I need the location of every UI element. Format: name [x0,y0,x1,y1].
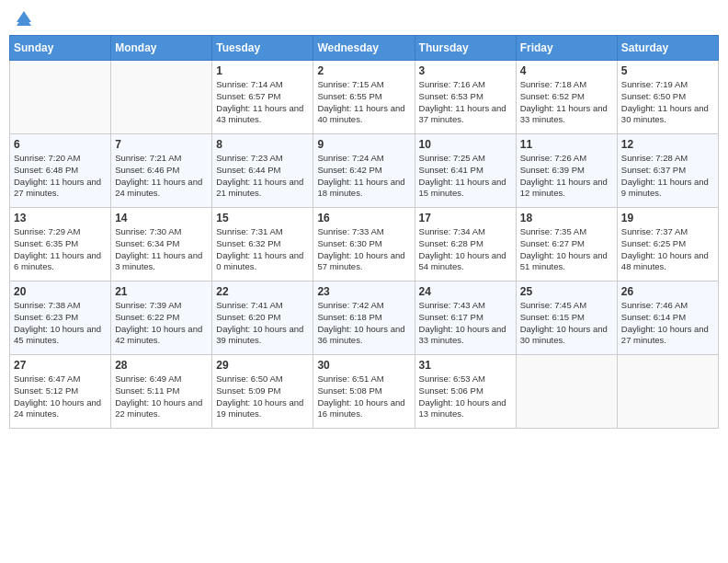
calendar-cell: 27Sunrise: 6:47 AM Sunset: 5:12 PM Dayli… [10,355,111,429]
cell-sun-info: Sunrise: 7:41 AM Sunset: 6:20 PM Dayligh… [216,300,309,347]
cell-sun-info: Sunrise: 7:18 AM Sunset: 6:52 PM Dayligh… [520,79,613,126]
calendar-cell: 28Sunrise: 6:49 AM Sunset: 5:11 PM Dayli… [111,355,212,429]
header-row: SundayMondayTuesdayWednesdayThursdayFrid… [10,36,719,61]
cell-date-number: 15 [216,212,309,224]
calendar-cell: 5Sunrise: 7:19 AM Sunset: 6:50 PM Daylig… [617,61,718,134]
cell-sun-info: Sunrise: 7:14 AM Sunset: 6:57 PM Dayligh… [216,79,309,126]
calendar-cell: 7Sunrise: 7:21 AM Sunset: 6:46 PM Daylig… [111,134,212,208]
cell-date-number: 17 [419,212,512,224]
calendar-cell: 18Sunrise: 7:35 AM Sunset: 6:27 PM Dayli… [516,208,617,282]
calendar-cell: 26Sunrise: 7:46 AM Sunset: 6:14 PM Dayli… [617,282,718,355]
calendar-cell [10,61,111,134]
calendar-cell: 16Sunrise: 7:33 AM Sunset: 6:30 PM Dayli… [313,208,415,282]
week-row-3: 13Sunrise: 7:29 AM Sunset: 6:35 PM Dayli… [10,208,719,282]
cell-sun-info: Sunrise: 7:15 AM Sunset: 6:55 PM Dayligh… [317,79,410,126]
cell-sun-info: Sunrise: 7:30 AM Sunset: 6:34 PM Dayligh… [115,226,208,273]
week-row-4: 20Sunrise: 7:38 AM Sunset: 6:23 PM Dayli… [10,282,719,355]
cell-sun-info: Sunrise: 6:50 AM Sunset: 5:09 PM Dayligh… [216,373,309,420]
cell-date-number: 9 [317,138,410,151]
page-header [9,9,719,28]
week-row-2: 6Sunrise: 7:20 AM Sunset: 6:48 PM Daylig… [10,134,719,208]
cell-sun-info: Sunrise: 7:37 AM Sunset: 6:25 PM Dayligh… [621,226,714,273]
day-header-saturday: Saturday [617,36,718,61]
cell-date-number: 13 [14,212,107,224]
cell-sun-info: Sunrise: 7:42 AM Sunset: 6:18 PM Dayligh… [317,300,410,347]
calendar-cell: 20Sunrise: 7:38 AM Sunset: 6:23 PM Dayli… [10,282,111,355]
cell-date-number: 29 [216,359,309,372]
cell-date-number: 10 [419,138,512,151]
cell-sun-info: Sunrise: 6:49 AM Sunset: 5:11 PM Dayligh… [115,373,208,420]
cell-date-number: 30 [317,359,410,372]
day-header-thursday: Thursday [415,36,516,61]
cell-date-number: 22 [216,285,309,298]
cell-date-number: 3 [419,64,512,77]
calendar-body: 1Sunrise: 7:14 AM Sunset: 6:57 PM Daylig… [10,61,719,429]
cell-date-number: 18 [520,212,613,224]
cell-date-number: 1 [216,64,309,77]
cell-date-number: 21 [115,285,208,298]
cell-sun-info: Sunrise: 7:38 AM Sunset: 6:23 PM Dayligh… [14,300,107,347]
calendar-cell: 14Sunrise: 7:30 AM Sunset: 6:34 PM Dayli… [111,208,212,282]
cell-sun-info: Sunrise: 7:46 AM Sunset: 6:14 PM Dayligh… [621,300,714,347]
cell-date-number: 20 [14,285,107,298]
cell-sun-info: Sunrise: 7:25 AM Sunset: 6:41 PM Dayligh… [419,153,512,200]
calendar-header: SundayMondayTuesdayWednesdayThursdayFrid… [10,36,719,61]
cell-sun-info: Sunrise: 7:35 AM Sunset: 6:27 PM Dayligh… [520,226,613,273]
cell-date-number: 27 [14,359,107,372]
cell-date-number: 19 [621,212,714,224]
calendar-cell: 8Sunrise: 7:23 AM Sunset: 6:44 PM Daylig… [212,134,313,208]
cell-sun-info: Sunrise: 7:21 AM Sunset: 6:46 PM Dayligh… [115,153,208,200]
calendar-table: SundayMondayTuesdayWednesdayThursdayFrid… [9,35,719,429]
day-header-friday: Friday [516,36,617,61]
cell-sun-info: Sunrise: 7:24 AM Sunset: 6:42 PM Dayligh… [317,153,410,200]
calendar-cell: 25Sunrise: 7:45 AM Sunset: 6:15 PM Dayli… [516,282,617,355]
cell-sun-info: Sunrise: 7:34 AM Sunset: 6:28 PM Dayligh… [419,226,512,273]
cell-sun-info: Sunrise: 6:51 AM Sunset: 5:08 PM Dayligh… [317,373,410,420]
cell-date-number: 8 [216,138,309,151]
day-header-tuesday: Tuesday [212,36,313,61]
cell-date-number: 12 [621,138,714,151]
cell-sun-info: Sunrise: 7:29 AM Sunset: 6:35 PM Dayligh… [14,226,107,273]
cell-sun-info: Sunrise: 6:53 AM Sunset: 5:06 PM Dayligh… [419,373,512,420]
calendar-cell: 3Sunrise: 7:16 AM Sunset: 6:53 PM Daylig… [415,61,516,134]
calendar-cell: 11Sunrise: 7:26 AM Sunset: 6:39 PM Dayli… [516,134,617,208]
cell-date-number: 6 [14,138,107,151]
calendar-cell: 23Sunrise: 7:42 AM Sunset: 6:18 PM Dayli… [313,282,415,355]
calendar-cell: 22Sunrise: 7:41 AM Sunset: 6:20 PM Dayli… [212,282,313,355]
calendar-cell: 2Sunrise: 7:15 AM Sunset: 6:55 PM Daylig… [313,61,415,134]
cell-sun-info: Sunrise: 7:28 AM Sunset: 6:37 PM Dayligh… [621,153,714,200]
cell-date-number: 28 [115,359,208,372]
cell-date-number: 31 [419,359,512,372]
cell-sun-info: Sunrise: 7:26 AM Sunset: 6:39 PM Dayligh… [520,153,613,200]
cell-date-number: 5 [621,64,714,77]
cell-sun-info: Sunrise: 7:39 AM Sunset: 6:22 PM Dayligh… [115,300,208,347]
week-row-1: 1Sunrise: 7:14 AM Sunset: 6:57 PM Daylig… [10,61,719,134]
cell-sun-info: Sunrise: 7:43 AM Sunset: 6:17 PM Dayligh… [419,300,512,347]
calendar-cell: 6Sunrise: 7:20 AM Sunset: 6:48 PM Daylig… [10,134,111,208]
cell-sun-info: Sunrise: 7:45 AM Sunset: 6:15 PM Dayligh… [520,300,613,347]
logo [13,9,33,28]
cell-date-number: 7 [115,138,208,151]
calendar-cell: 13Sunrise: 7:29 AM Sunset: 6:35 PM Dayli… [10,208,111,282]
calendar-cell: 21Sunrise: 7:39 AM Sunset: 6:22 PM Dayli… [111,282,212,355]
calendar-cell [516,355,617,429]
cell-sun-info: Sunrise: 7:33 AM Sunset: 6:30 PM Dayligh… [317,226,410,273]
calendar-cell: 1Sunrise: 7:14 AM Sunset: 6:57 PM Daylig… [212,61,313,134]
cell-date-number: 25 [520,285,613,298]
cell-sun-info: Sunrise: 7:16 AM Sunset: 6:53 PM Dayligh… [419,79,512,126]
calendar-cell [111,61,212,134]
cell-sun-info: Sunrise: 7:31 AM Sunset: 6:32 PM Dayligh… [216,226,309,273]
calendar-cell: 9Sunrise: 7:24 AM Sunset: 6:42 PM Daylig… [313,134,415,208]
day-header-wednesday: Wednesday [313,36,415,61]
cell-date-number: 26 [621,285,714,298]
cell-date-number: 16 [317,212,410,224]
calendar-cell: 4Sunrise: 7:18 AM Sunset: 6:52 PM Daylig… [516,61,617,134]
cell-date-number: 24 [419,285,512,298]
cell-sun-info: Sunrise: 6:47 AM Sunset: 5:12 PM Dayligh… [14,373,107,420]
logo-icon [15,9,33,28]
calendar-cell: 10Sunrise: 7:25 AM Sunset: 6:41 PM Dayli… [415,134,516,208]
cell-sun-info: Sunrise: 7:20 AM Sunset: 6:48 PM Dayligh… [14,153,107,200]
week-row-5: 27Sunrise: 6:47 AM Sunset: 5:12 PM Dayli… [10,355,719,429]
cell-sun-info: Sunrise: 7:23 AM Sunset: 6:44 PM Dayligh… [216,153,309,200]
calendar-cell: 19Sunrise: 7:37 AM Sunset: 6:25 PM Dayli… [617,208,718,282]
